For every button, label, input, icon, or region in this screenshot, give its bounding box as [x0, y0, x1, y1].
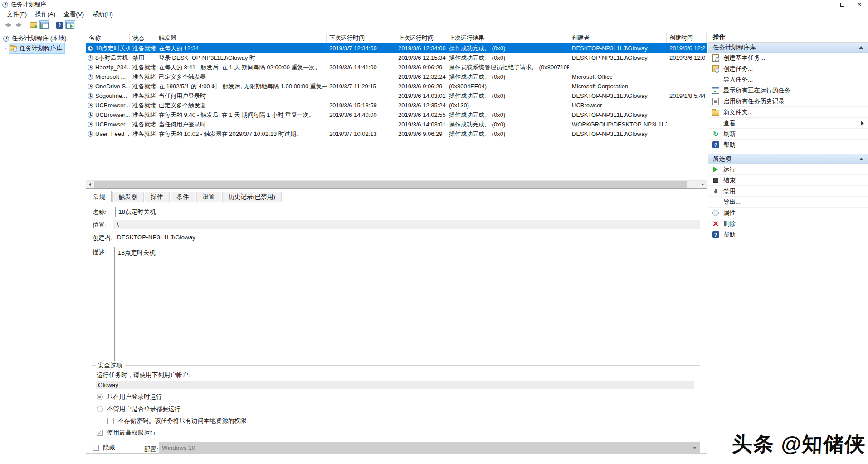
horizontal-scrollbar[interactable] — [86, 180, 707, 188]
action-item[interactable]: 导入任务... — [708, 74, 868, 85]
action-item[interactable]: 显示所有正在运行的任务 — [708, 85, 868, 96]
action-item[interactable]: 帮助 — [708, 140, 868, 150]
task-author — [569, 63, 667, 72]
menu-item[interactable]: 操作(A) — [31, 9, 59, 20]
show-running-tasks-icon — [712, 87, 719, 94]
table-row[interactable]: OneDrive S... 准备就绪 在 1992/5/1 的 4:00 时 -… — [86, 82, 707, 91]
title-bar: 任务计划程序 × — [0, 0, 868, 9]
actions-section-header-library[interactable]: 任务计划程序库 — [708, 43, 868, 53]
action-item[interactable]: 创建任务... — [708, 63, 868, 74]
table-row[interactable]: Haozip_234... 准备就绪 在每天的 8:41 - 触发后, 在 1 … — [86, 63, 707, 72]
table-row[interactable]: Microsoft ... 准备就绪 已定义多个触发器 2019/3/6 12:… — [86, 72, 707, 82]
menu-item[interactable]: 查看(V) — [59, 9, 88, 20]
table-row[interactable]: 18点定时关机 准备就绪 在每天的 12:34 2019/3/7 12:34:0… — [86, 44, 707, 53]
tree-item-task-scheduler-library[interactable]: 任务计划程序库 — [0, 44, 83, 53]
action-pane-icon[interactable] — [65, 20, 75, 29]
task-result: (0x130) — [446, 101, 569, 110]
column-header-last-run-time[interactable]: 上次运行时间 — [395, 33, 446, 43]
tree-item-task-scheduler-local[interactable]: 任务计划程序 (本地) — [0, 34, 83, 44]
task-clock-icon — [88, 122, 93, 127]
table-row[interactable]: User_Feed_... 准备就绪 在每天的 10:02 - 触发器在 202… — [86, 129, 707, 139]
action-item[interactable]: 导出... — [708, 197, 868, 208]
radio-selected-icon[interactable] — [97, 394, 103, 400]
radio-run-when-logged-on[interactable]: 只在用户登录时运行 — [97, 393, 162, 401]
table-row[interactable]: SogouIme... 准备就绪 当任何用户登录时 2019/3/6 14:03… — [86, 91, 707, 101]
tab[interactable]: 常规 — [87, 191, 112, 202]
hidden-label: 隐藏 — [103, 444, 115, 452]
tab[interactable]: 触发器 — [112, 192, 144, 202]
column-header-author[interactable]: 创建者 — [569, 33, 667, 43]
clock-icon — [3, 36, 9, 42]
table-row[interactable]: UCBrowser... 准备就绪 当任何用户登录时 2019/3/6 14:0… — [86, 120, 707, 129]
action-item[interactable]: 刷新 — [708, 129, 868, 140]
task-trigger: 在每天的 12:34 — [156, 44, 327, 53]
task-clock-icon — [88, 74, 93, 80]
description-textarea[interactable]: 18点定时关机 — [114, 246, 700, 361]
minimize-button[interactable] — [816, 0, 834, 9]
tab[interactable]: 设置 — [196, 192, 221, 202]
action-item[interactable]: 禁用 — [708, 186, 868, 197]
forward-arrow-icon[interactable] — [14, 20, 24, 29]
checkbox-run-highest-privileges[interactable]: 使用最高权限运行 — [97, 429, 156, 437]
maximize-button[interactable] — [834, 0, 851, 9]
menu-item[interactable]: 文件(F) — [3, 9, 31, 20]
help-icon[interactable] — [54, 20, 64, 29]
close-button[interactable]: × — [851, 0, 868, 9]
task-created — [667, 110, 707, 120]
radio-unselected-icon[interactable] — [97, 406, 103, 412]
action-item[interactable]: 运行 — [708, 164, 868, 175]
action-item[interactable]: 新文件夹... — [708, 107, 868, 118]
column-header-status[interactable]: 状态 — [130, 33, 156, 43]
column-header-next-run-time[interactable]: 下次运行时间 — [327, 33, 395, 43]
show-console-tree-icon[interactable] — [39, 20, 49, 29]
tab[interactable]: 操作 — [145, 192, 170, 202]
action-item[interactable]: 删除 — [708, 218, 868, 229]
menu-item[interactable]: 帮助(H) — [88, 9, 117, 20]
checkbox-hidden[interactable]: 隐藏 — [93, 444, 115, 452]
table-row[interactable]: UCBrowser... 准备就绪 在每天的 9:40 - 触发后, 在 1 天… — [86, 110, 707, 120]
table-row[interactable]: UCBrowser... 准备就绪 已定义多个触发器 2019/3/6 15:1… — [86, 101, 707, 110]
collapse-arrow-icon[interactable] — [859, 46, 863, 49]
column-header-name[interactable]: 名称 — [86, 33, 130, 43]
task-name: Microsoft ... — [95, 72, 126, 82]
back-arrow-icon[interactable] — [3, 20, 13, 29]
action-item[interactable]: 启用所有任务历史记录 — [708, 96, 868, 107]
checkbox-checked-icon[interactable] — [97, 430, 103, 436]
name-input[interactable]: 18点定时关机 — [115, 207, 699, 217]
radio-run-whether-logged-on[interactable]: 不管用户是否登录都要运行 — [97, 405, 180, 413]
task-result: 操作员或系统管理员拒绝了请求。 (0x800710E0) — [446, 63, 569, 72]
column-header-last-run-result[interactable]: 上次运行结果 — [446, 33, 569, 43]
tab[interactable]: 历史记录(已禁用) — [222, 192, 282, 202]
action-item[interactable]: 属性 — [708, 208, 868, 218]
configure-for-value: Windows 10 — [162, 445, 195, 451]
actions-section-header-selected-item[interactable]: 所选项 — [708, 154, 868, 164]
action-item[interactable]: 查看 — [708, 118, 868, 129]
chevron-right-icon[interactable] — [3, 47, 6, 50]
action-item[interactable]: 结束 — [708, 175, 868, 186]
task-last-run: 2019/3/6 12:32:24 — [395, 72, 446, 82]
checkbox-do-not-store-password[interactable]: 不存储密码。该任务将只有访问本地资源的权限 — [107, 417, 247, 425]
actions-pane: 操作 任务计划程序库 创建基本任务... 创建任务... — [708, 31, 868, 464]
console-tree-icon[interactable] — [29, 20, 39, 29]
configure-for-dropdown[interactable]: Windows 10 — [159, 442, 700, 454]
create-task-icon — [712, 65, 719, 72]
column-header-created[interactable]: 创建时间 — [667, 33, 707, 43]
window-title: 任务计划程序 — [11, 0, 46, 9]
checkbox-unchecked-icon[interactable] — [93, 445, 99, 451]
task-author: DESKTOP-NP3L1LJ\Gloway — [569, 91, 667, 101]
tab[interactable]: 条件 — [171, 192, 195, 202]
action-item[interactable]: 帮助 — [708, 229, 868, 240]
action-item-label: 运行 — [723, 165, 736, 174]
task-author: WORKGROUP\DESKTOP-NP3L1LJ$ — [569, 120, 667, 129]
column-header-trigger[interactable]: 触发器 — [156, 33, 327, 43]
action-item[interactable]: 创建基本任务... — [708, 53, 868, 63]
scrollbar-thumb[interactable] — [94, 181, 687, 188]
tree-root-label: 任务计划程序 (本地) — [12, 34, 67, 43]
scroll-left-button[interactable] — [86, 181, 94, 188]
scroll-right-button[interactable] — [699, 181, 707, 188]
action-item-label: 禁用 — [723, 187, 736, 195]
checkbox-unchecked-icon[interactable] — [107, 418, 114, 424]
table-row[interactable]: 8小时后关机 禁用 登录 DESKTOP-NP3L1LJ\Gloway 时 20… — [86, 53, 707, 63]
collapse-arrow-icon[interactable] — [859, 158, 863, 160]
task-list: 名称 状态 触发器 下次运行时间 上次运行时间 上次运行结果 创建者 创建时间 … — [86, 33, 707, 188]
